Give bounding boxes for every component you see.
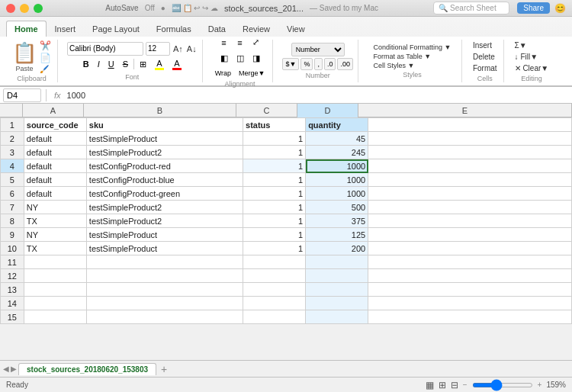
align-center-button[interactable]: ◫ bbox=[233, 51, 248, 66]
cell-col-e[interactable] bbox=[368, 283, 572, 297]
fill-color-button[interactable]: A bbox=[152, 57, 167, 72]
sheet-prev-button[interactable]: ◀ bbox=[3, 365, 9, 373]
cell-col-d[interactable]: 45 bbox=[306, 132, 368, 146]
zoom-minus-icon[interactable]: − bbox=[463, 381, 468, 389]
col-header-e[interactable]: E bbox=[358, 104, 572, 117]
cell-col-b[interactable]: testSimpleProduct bbox=[86, 132, 243, 146]
insert-cells-button[interactable]: Insert bbox=[471, 40, 499, 50]
underline-button[interactable]: U bbox=[105, 58, 117, 70]
border-button[interactable]: ⊞ bbox=[137, 58, 149, 71]
col-header-d[interactable]: D bbox=[297, 104, 358, 117]
bold-button[interactable]: B bbox=[80, 58, 92, 70]
cell-col-e[interactable] bbox=[368, 187, 572, 201]
cell-col-b[interactable]: testConfigProduct-red bbox=[86, 159, 243, 173]
autosum-button[interactable]: Σ▼ bbox=[513, 40, 551, 50]
close-button[interactable] bbox=[6, 4, 15, 13]
merge-cells-button[interactable]: Merge▼ bbox=[236, 68, 268, 79]
zoom-slider[interactable] bbox=[472, 383, 533, 387]
cell-col-b[interactable]: testSimpleProduct2 bbox=[86, 146, 243, 159]
cell-col-b[interactable]: testSimpleProduct2 bbox=[86, 214, 243, 228]
cell-col-e[interactable] bbox=[368, 255, 572, 269]
cell-col-d[interactable]: 245 bbox=[306, 146, 368, 159]
align-top-right-button[interactable]: ⤢ bbox=[249, 35, 264, 50]
cell-col-d[interactable]: 200 bbox=[306, 242, 368, 255]
cell-col-c[interactable]: 1 bbox=[243, 228, 306, 242]
cell-col-c[interactable]: 1 bbox=[243, 214, 306, 228]
cut-icon[interactable]: ✂️ bbox=[40, 40, 51, 51]
search-box[interactable]: 🔍 Search Sheet bbox=[433, 2, 509, 14]
cell-col-c[interactable]: 1 bbox=[243, 132, 306, 146]
cell-col-c[interactable] bbox=[243, 297, 306, 310]
font-color-button[interactable]: A bbox=[169, 57, 185, 72]
increase-decimal-button[interactable]: .00 bbox=[337, 58, 353, 70]
sheet-tab-active[interactable]: stock_sources_20180620_153803 bbox=[18, 363, 156, 375]
cell-col-a[interactable] bbox=[24, 310, 86, 324]
cell-col-d[interactable]: 1000 bbox=[306, 173, 368, 187]
cell-col-a[interactable] bbox=[24, 269, 86, 283]
cell-col-c[interactable]: status bbox=[243, 118, 306, 132]
font-size-input[interactable] bbox=[146, 42, 170, 56]
cell-col-b[interactable] bbox=[86, 269, 243, 283]
decrease-decimal-button[interactable]: .0 bbox=[324, 58, 336, 70]
maximize-button[interactable] bbox=[34, 4, 43, 13]
tab-formulas[interactable]: Formulas bbox=[148, 21, 200, 37]
cell-col-d[interactable]: 125 bbox=[306, 228, 368, 242]
cell-col-d[interactable] bbox=[306, 283, 368, 297]
strikethrough-button[interactable]: S bbox=[120, 58, 131, 70]
cell-col-b[interactable]: sku bbox=[86, 118, 243, 132]
cell-reference-input[interactable] bbox=[3, 88, 41, 102]
format-as-table-button[interactable]: Format as Table ▼ bbox=[373, 53, 451, 60]
cell-col-c[interactable]: 1 bbox=[243, 201, 306, 214]
cell-col-a[interactable] bbox=[24, 283, 86, 297]
currency-button[interactable]: $▼ bbox=[282, 58, 299, 70]
cell-col-e[interactable] bbox=[368, 173, 572, 187]
tab-home[interactable]: Home bbox=[6, 21, 47, 37]
align-right-button[interactable]: ◨ bbox=[249, 51, 264, 66]
cell-col-d[interactable]: 500 bbox=[306, 201, 368, 214]
italic-button[interactable]: I bbox=[95, 58, 103, 70]
cell-col-d[interactable] bbox=[306, 310, 368, 324]
cell-col-e[interactable] bbox=[368, 146, 572, 159]
cell-col-a[interactable]: TX bbox=[24, 242, 86, 255]
cell-col-b[interactable] bbox=[86, 310, 243, 324]
cell-col-c[interactable]: 1 bbox=[243, 242, 306, 255]
cell-col-d[interactable] bbox=[306, 255, 368, 269]
align-top-left-button[interactable]: ≡ bbox=[217, 35, 232, 50]
cell-col-c[interactable] bbox=[243, 269, 306, 283]
cell-col-b[interactable] bbox=[86, 255, 243, 269]
tab-insert[interactable]: Insert bbox=[47, 21, 85, 37]
cell-col-e[interactable] bbox=[368, 201, 572, 214]
minimize-button[interactable] bbox=[20, 4, 29, 13]
cell-col-c[interactable] bbox=[243, 255, 306, 269]
copy-icon[interactable]: 📄 bbox=[40, 53, 51, 63]
cell-col-c[interactable]: 1 bbox=[243, 146, 306, 159]
cell-col-a[interactable]: NY bbox=[24, 228, 86, 242]
align-top-center-button[interactable]: ≡ bbox=[233, 35, 248, 50]
font-family-input[interactable] bbox=[67, 42, 143, 56]
cell-col-b[interactable]: testSimpleProduct bbox=[86, 242, 243, 255]
cell-col-d[interactable]: 1000 bbox=[306, 159, 368, 173]
cell-col-c[interactable]: 1 bbox=[243, 159, 306, 173]
cell-col-c[interactable]: 1 bbox=[243, 187, 306, 201]
cell-col-a[interactable]: default bbox=[24, 173, 86, 187]
cell-col-b[interactable]: testSimpleProduct bbox=[86, 228, 243, 242]
sheet-next-button[interactable]: ▶ bbox=[11, 365, 17, 373]
cell-col-a[interactable]: source_code bbox=[24, 118, 86, 132]
cell-col-a[interactable] bbox=[24, 297, 86, 310]
cell-col-e[interactable] bbox=[368, 242, 572, 255]
tab-page-layout[interactable]: Page Layout bbox=[84, 21, 148, 37]
cell-col-a[interactable]: default bbox=[24, 187, 86, 201]
cell-col-e[interactable] bbox=[368, 228, 572, 242]
cell-col-e[interactable] bbox=[368, 159, 572, 173]
cell-col-a[interactable] bbox=[24, 255, 86, 269]
cell-col-d[interactable]: 1000 bbox=[306, 187, 368, 201]
col-header-c[interactable]: C bbox=[236, 104, 297, 117]
cell-col-c[interactable] bbox=[243, 310, 306, 324]
percent-button[interactable]: % bbox=[300, 58, 313, 70]
fill-button[interactable]: ↓ Fill▼ bbox=[513, 52, 551, 62]
font-grow-button[interactable]: A↑ bbox=[172, 44, 184, 53]
align-left-button[interactable]: ◧ bbox=[217, 51, 232, 66]
cell-col-e[interactable] bbox=[368, 297, 572, 310]
cell-col-b[interactable]: testSimpleProduct2 bbox=[86, 201, 243, 214]
delete-cells-button[interactable]: Delete bbox=[471, 52, 499, 62]
